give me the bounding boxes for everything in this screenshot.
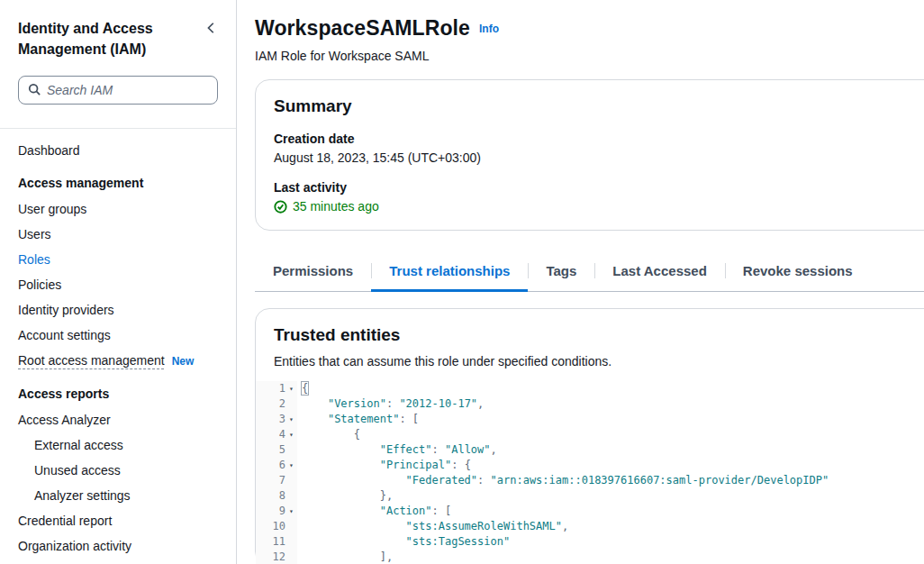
code-content[interactable]: "Statement": [: [297, 412, 419, 427]
trusted-entities-heading: Trusted entities: [274, 325, 924, 345]
line-number[interactable]: 10: [256, 519, 297, 534]
sidebar-item-analyzer-settings[interactable]: Analyzer settings: [0, 483, 236, 508]
sidebar: Identity and Access Management (IAM) Das…: [0, 0, 237, 564]
sidebar-item-user-groups[interactable]: User groups: [0, 196, 236, 222]
line-number[interactable]: 11: [256, 534, 297, 550]
sidebar-nav: DashboardAccess managementUser groupsUse…: [0, 138, 236, 564]
line-number[interactable]: 5: [256, 442, 297, 458]
code-line-5: 5 "Effect": "Allow",: [256, 442, 924, 458]
sidebar-item-label: Root access management: [18, 353, 165, 368]
sidebar-item-users[interactable]: Users: [0, 222, 236, 247]
fold-arrow-icon[interactable]: ▾: [285, 458, 297, 473]
code-line-3: 3▾ "Statement": [: [256, 412, 924, 427]
sidebar-item-identity-providers[interactable]: Identity providers: [0, 297, 236, 323]
sidebar-item-unused-access[interactable]: Unused access: [0, 458, 236, 483]
code-line-10: 10 "sts:AssumeRoleWithSAML",: [256, 519, 924, 534]
sidebar-divider: [0, 128, 236, 129]
sidebar-item-roles[interactable]: Roles: [0, 247, 236, 272]
sidebar-item-label: Organization activity: [18, 539, 131, 553]
tab-revoke-sessions[interactable]: Revoke sessions: [725, 254, 871, 291]
tab-permissions[interactable]: Permissions: [255, 254, 371, 291]
policy-code-editor[interactable]: 1▾{2 "Version": "2012-10-17",3▾ "Stateme…: [256, 381, 924, 564]
sidebar-item-label: Dashboard: [18, 143, 80, 158]
code-content[interactable]: "Version": "2012-10-17",: [297, 396, 484, 412]
code-content[interactable]: },: [297, 488, 393, 504]
page-subtitle: IAM Role for Workspace SAML: [255, 49, 924, 63]
info-link[interactable]: Info: [479, 23, 499, 35]
fold-arrow-icon[interactable]: ▾: [285, 381, 297, 396]
code-line-1: 1▾{: [256, 381, 924, 396]
line-number-with-fold-toggle[interactable]: 3▾: [256, 412, 297, 427]
sidebar-item-label: Access Analyzer: [18, 413, 111, 427]
fold-arrow-icon[interactable]: ▾: [285, 427, 297, 442]
tab-trust-relationships[interactable]: Trust relationships: [371, 254, 528, 291]
code-content[interactable]: "Federated": "arn:aws:iam::018397616607:…: [297, 473, 829, 488]
sidebar-item-account-settings[interactable]: Account settings: [0, 323, 236, 348]
tab-last-accessed[interactable]: Last Accessed: [594, 254, 725, 291]
last-activity-value: 35 minutes ago: [274, 199, 924, 214]
sidebar-item-label: Account settings: [18, 328, 111, 342]
page-header: WorkspaceSAMLRole Info: [255, 16, 924, 41]
code-content[interactable]: "sts:AssumeRoleWithSAML",: [297, 519, 568, 534]
sidebar-item-credential-report[interactable]: Credential report: [0, 508, 236, 533]
sidebar-item-label: User groups: [18, 202, 86, 216]
code-line-7: 7 "Federated": "arn:aws:iam::01839761660…: [256, 473, 924, 488]
trusted-entities-description: Entities that can assume this role under…: [274, 354, 924, 368]
sidebar-item-root-access-management[interactable]: Root access managementNew: [0, 348, 236, 374]
cursor-highlight: {: [302, 382, 308, 395]
success-check-icon: [274, 200, 287, 214]
code-line-9: 9▾ "Action": [: [256, 504, 924, 519]
iam-console: Identity and Access Management (IAM) Das…: [0, 0, 924, 564]
sidebar-item-label: Analyzer settings: [34, 488, 131, 503]
sidebar-item-label: Users: [18, 227, 51, 241]
code-line-12: 12 ],: [256, 550, 924, 564]
line-number-with-fold-toggle[interactable]: 4▾: [256, 427, 297, 442]
page-title: WorkspaceSAMLRole: [255, 16, 470, 41]
search-input[interactable]: [47, 83, 208, 97]
creation-date-field: Creation date August 18, 2023, 15:45 (UT…: [274, 132, 924, 165]
creation-date-value: August 18, 2023, 15:45 (UTC+03:00): [274, 150, 924, 165]
code-content[interactable]: {: [297, 427, 360, 442]
sidebar-item-label: External access: [34, 438, 123, 452]
sidebar-item-external-access[interactable]: External access: [0, 432, 236, 458]
line-number[interactable]: 2: [256, 396, 297, 412]
new-badge: New: [172, 355, 195, 368]
code-content[interactable]: ],: [297, 550, 393, 564]
sidebar-item-label: Identity providers: [18, 303, 114, 317]
sidebar-item-access-analyzer[interactable]: Access Analyzer: [0, 407, 236, 432]
line-number-with-fold-toggle[interactable]: 1▾: [256, 381, 297, 396]
code-line-2: 2 "Version": "2012-10-17",: [256, 396, 924, 412]
sidebar-item-label: Credential report: [18, 514, 112, 528]
creation-date-label: Creation date: [274, 132, 924, 146]
trusted-entities-card: Trusted entities Entities that can assum…: [255, 308, 924, 564]
summary-heading: Summary: [274, 96, 924, 116]
sidebar-item-policies[interactable]: Policies: [0, 272, 236, 297]
line-number-with-fold-toggle[interactable]: 9▾: [256, 504, 297, 519]
line-number[interactable]: 12: [256, 550, 297, 564]
code-content[interactable]: "Action": [: [297, 504, 451, 519]
tab-tags[interactable]: Tags: [528, 254, 594, 291]
code-content[interactable]: "Principal": {: [297, 458, 471, 473]
code-content[interactable]: "sts:TagSession": [297, 534, 510, 550]
main-content: WorkspaceSAMLRole Info IAM Role for Work…: [237, 0, 924, 564]
sidebar-section-access-management: Access management: [0, 163, 236, 196]
line-number-with-fold-toggle[interactable]: 6▾: [256, 458, 297, 473]
last-activity-field: Last activity 35 minutes ago: [274, 180, 924, 214]
sidebar-collapse-button[interactable]: [204, 20, 220, 39]
tabs: PermissionsTrust relationshipsTagsLast A…: [255, 254, 924, 292]
sidebar-title: Identity and Access Management (IAM): [18, 18, 177, 59]
line-number[interactable]: 7: [256, 473, 297, 488]
fold-arrow-icon[interactable]: ▾: [285, 412, 297, 427]
code-line-6: 6▾ "Principal": {: [256, 458, 924, 473]
sidebar-item-dashboard[interactable]: Dashboard: [0, 138, 236, 163]
sidebar-section-access-reports: Access reports: [0, 374, 236, 407]
fold-arrow-icon[interactable]: ▾: [285, 504, 297, 519]
last-activity-text: 35 minutes ago: [293, 199, 379, 214]
search-icon: [28, 83, 41, 98]
search-box: [18, 76, 218, 105]
sidebar-item-label: Roles: [18, 252, 50, 267]
line-number[interactable]: 8: [256, 488, 297, 504]
sidebar-item-organization-activity[interactable]: Organization activity: [0, 533, 236, 559]
code-content[interactable]: "Effect": "Allow",: [297, 442, 497, 458]
code-content[interactable]: {: [297, 381, 308, 396]
